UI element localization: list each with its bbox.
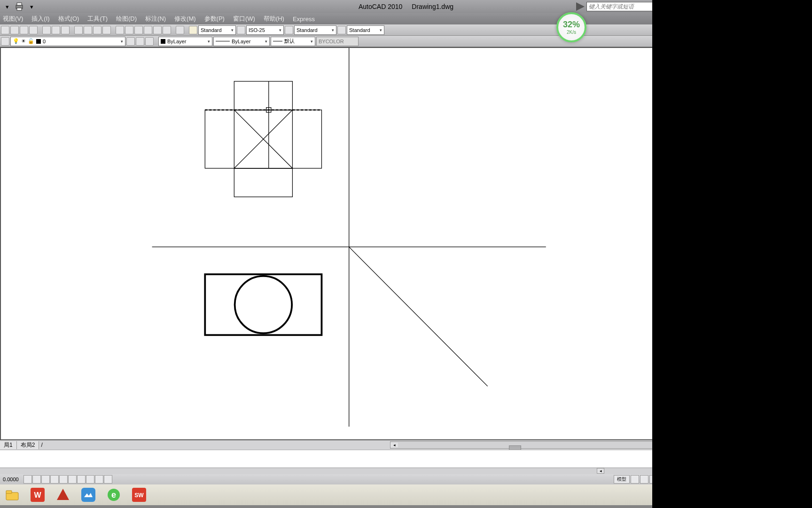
- layer-prev[interactable]: [126, 37, 135, 46]
- menu-tools[interactable]: 工具(T): [87, 15, 108, 23]
- svg-rect-10: [234, 168, 292, 197]
- solidworks-icon[interactable]: SW: [131, 486, 148, 503]
- qv-drawings[interactable]: [640, 475, 648, 484]
- doc-title: Drawing1.dwg: [412, 3, 453, 10]
- lwt-toggle[interactable]: [95, 475, 103, 484]
- tool-dsm[interactable]: [125, 26, 133, 34]
- tool-help2[interactable]: [176, 26, 184, 34]
- dim-style-combo[interactable]: ISO-25▾: [246, 25, 284, 35]
- app-title: AutoCAD 2010: [359, 3, 402, 10]
- menu-param[interactable]: 参数(P): [204, 15, 225, 23]
- menu-express[interactable]: Express: [293, 16, 315, 23]
- tab-layout2[interactable]: 布局2: [17, 441, 39, 449]
- model-button[interactable]: 模型: [614, 475, 630, 484]
- table-style-combo[interactable]: Standard▾: [294, 25, 336, 35]
- wps-icon[interactable]: W: [29, 486, 46, 503]
- svg-point-19: [235, 276, 292, 333]
- layer-mgr-icon[interactable]: [1, 37, 9, 46]
- menu-view[interactable]: 视图(V): [3, 15, 23, 23]
- tool-undo-list[interactable]: [52, 26, 60, 34]
- info-play-icon[interactable]: [576, 2, 585, 11]
- svg-rect-25: [81, 488, 95, 502]
- otrack-toggle[interactable]: [68, 475, 77, 484]
- menu-dim[interactable]: 标注(N): [145, 15, 166, 23]
- coord-readout: 0.0000: [0, 476, 22, 482]
- perf-rate: 2K/s: [567, 30, 576, 35]
- menu-help[interactable]: 帮助(H): [264, 15, 284, 23]
- dim-style-btn[interactable]: [237, 26, 245, 34]
- tool-pan[interactable]: [74, 26, 83, 34]
- perf-pct: 32%: [563, 20, 580, 30]
- table-style-btn[interactable]: [285, 26, 293, 34]
- qp-toggle[interactable]: [104, 475, 112, 484]
- tool-save[interactable]: [20, 26, 28, 34]
- tool-ssm[interactable]: [144, 26, 152, 34]
- text-style-btn[interactable]: [189, 26, 197, 34]
- layer-state[interactable]: [145, 37, 154, 46]
- tool-zoom-prev[interactable]: [102, 26, 111, 34]
- tool-zoom-rt[interactable]: [84, 26, 92, 34]
- mleader-style-btn[interactable]: [337, 26, 346, 34]
- tool-new[interactable]: [1, 26, 9, 34]
- grid-toggle[interactable]: [32, 475, 41, 484]
- explorer-icon[interactable]: [4, 486, 21, 503]
- svg-line-7: [349, 247, 488, 386]
- tool-qcalc[interactable]: [163, 26, 171, 34]
- svg-text:W: W: [34, 491, 41, 499]
- print-dropdown[interactable]: ▾: [26, 1, 37, 12]
- menu-format[interactable]: 格式(O): [58, 15, 79, 23]
- svg-text:SW: SW: [134, 492, 144, 499]
- tool-plot[interactable]: [29, 26, 38, 34]
- bulb-icon: 💡: [13, 38, 19, 44]
- browser-icon[interactable]: e: [105, 486, 122, 503]
- svg-rect-2: [17, 8, 22, 10]
- polar-toggle[interactable]: [50, 475, 59, 484]
- layer-match[interactable]: [136, 37, 144, 46]
- perf-widget[interactable]: 32% 2K/s: [556, 12, 586, 42]
- tool-redo[interactable]: [61, 26, 70, 34]
- lineweight-combo[interactable]: 默认 ▾: [271, 37, 315, 46]
- color-swatch: [36, 39, 41, 44]
- menu-draw[interactable]: 绘图(D): [116, 15, 137, 23]
- plotstyle-box: BYCOLOR: [316, 37, 359, 46]
- color-combo[interactable]: ByLayer ▾: [158, 37, 212, 46]
- svg-marker-24: [57, 489, 69, 500]
- lock-icon: 🔓: [28, 38, 34, 44]
- dyn-toggle[interactable]: [86, 475, 94, 484]
- cmd-scroll-left[interactable]: ◂: [597, 468, 604, 474]
- scroll-left-icon[interactable]: ◂: [390, 443, 398, 447]
- menu-window[interactable]: 窗口(W): [233, 15, 255, 23]
- tab-layout1[interactable]: 局1: [0, 441, 17, 449]
- svg-rect-8: [234, 81, 292, 110]
- tool-props[interactable]: [116, 26, 124, 34]
- tool-markup[interactable]: [153, 26, 162, 34]
- linetype-combo[interactable]: ByLayer ▾: [213, 37, 270, 46]
- osnap-toggle[interactable]: [59, 475, 68, 484]
- tool-open[interactable]: [10, 26, 19, 34]
- menu-caret-icon[interactable]: ▾: [2, 1, 12, 12]
- autocad-taskbar-icon[interactable]: [55, 486, 71, 503]
- menu-insert[interactable]: 插入(I): [31, 15, 49, 23]
- ortho-toggle[interactable]: [41, 475, 50, 484]
- print-button[interactable]: [14, 1, 24, 12]
- ducs-toggle[interactable]: [77, 475, 86, 484]
- svg-rect-1: [17, 3, 22, 5]
- svg-rect-18: [205, 274, 321, 335]
- mleader-style-combo[interactable]: Standard▾: [347, 25, 384, 35]
- svg-text:e: e: [111, 490, 116, 500]
- tool-tp[interactable]: [134, 26, 143, 34]
- qv-layouts[interactable]: [631, 475, 639, 484]
- snap-toggle[interactable]: [23, 475, 32, 484]
- tool-undo[interactable]: [42, 26, 51, 34]
- text-style-combo[interactable]: Standard▾: [198, 25, 236, 35]
- app-blue-icon[interactable]: [80, 486, 97, 503]
- tool-zoom-win[interactable]: [93, 26, 102, 34]
- svg-rect-21: [6, 491, 12, 493]
- layer-combo[interactable]: 💡 ☀ 🔓 0 ▾: [10, 37, 125, 46]
- sun-icon: ☀: [21, 38, 26, 44]
- menu-modify[interactable]: 修改(M): [174, 15, 196, 23]
